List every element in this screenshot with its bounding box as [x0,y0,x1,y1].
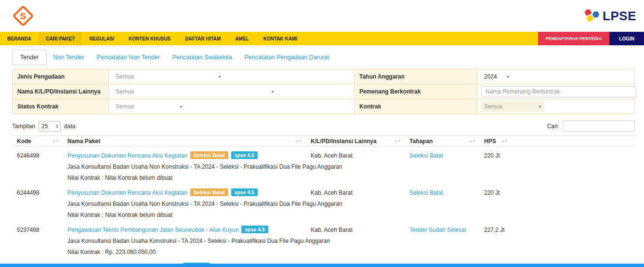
table-row: 6246498 Penyusunan Dokumen Rencana Aksi … [12,147,635,184]
paket-link[interactable]: Penyusunan Dokumen Rencana Aksi Kegiatan [67,189,187,196]
sort-icon: ▲▼ [501,139,508,143]
results-table-header: Kode ▲▼ Nama Paket ▲▼ K/L/PD/Instansi La… [12,135,635,147]
nilai-kontrak: Nilai Kontrak : Nilai Kontrak belum dibu… [67,173,311,184]
nav-spacer [304,32,538,45]
chevron-down-icon: ▾ [272,90,274,94]
tahapan-link[interactable]: Seleksi Batal [409,152,443,159]
col-header-tahapan[interactable]: Tahapan ▲▼ [409,138,484,145]
tab-pencatatan-pengadaan-darurat[interactable]: Pencatatan Pengadaan Darurat [238,50,335,65]
nav-item-beranda[interactable]: BERANDA [0,32,39,45]
paket-hps: 220 Jt [484,187,635,199]
spse-version-badge: spse 4.5 [231,151,258,159]
paket-link[interactable]: Penyusunan Dokumen Rencana Aksi Kegiatan [67,152,187,159]
status-badge: Seleksi Batal [190,151,228,159]
tahapan-link[interactable]: Tender Sudah Selesai [409,227,466,233]
nilai-kontrak: Nilai Kontrak : Rp. 223.060.050,00 [67,247,311,258]
data-label: data [64,123,75,130]
paket-instansi: Kab. Aceh Barat [311,150,409,161]
paket-instansi: Kab. Aceh Barat [311,225,409,236]
nama-instansi-label: Nama K/L/PD/Instansi Lainnya [13,84,109,99]
chevron-down-icon: ▾ [180,105,182,109]
nav-item-kontak-kami[interactable]: KONTAK KAMI [256,32,304,45]
paket-hps: 227,2 Jt [484,225,635,236]
paket-subtitle: Jasa Konsultansi Badan Usaha Non Konstru… [67,161,311,173]
sort-icon: ▲▼ [52,139,59,143]
kontrak-value: Semua [484,103,502,110]
nav-item-regulasi[interactable]: REGULASI [82,32,121,45]
paket-kode: 6244498 [12,187,67,199]
sort-icon: ▲▼ [295,139,302,143]
tahun-anggaran-label: Tahun Anggaran [355,69,477,84]
pemenang-berkontrak-input[interactable] [481,86,636,97]
page-size-stepper[interactable]: 25 ▴▾ [39,121,61,132]
filter-panel: Jenis Pengadaan Semua ▾ Tahun Anggaran 2… [12,69,635,114]
spse-version-badge: spse 4.5 [231,188,258,196]
pemenang-berkontrak-label: Pemenang Berkontrak [355,84,477,99]
filter-table: Jenis Pengadaan Semua ▾ Tahun Anggaran 2… [12,69,635,114]
table-row: 6244498 Penyusunan Dokumen Rencana Aksi … [12,184,635,221]
col-header-kode[interactable]: Kode ▲▼ [12,138,67,145]
tahun-anggaran-value: 2024 [484,73,497,80]
s-diamond-logo-icon: S [12,5,34,27]
tab-pencatatan-swakelola[interactable]: Pencatatan Swakelola [166,50,238,65]
paket-kode: 6246498 [12,150,67,161]
brand-logo[interactable]: S [12,5,34,27]
paket-subtitle: Jasa Konsultansi Badan Usaha Konstruksi … [67,236,311,247]
paket-hps: 220 Jt [484,150,635,161]
chevron-down-icon: ▾ [539,105,541,109]
login-button[interactable]: LOGIN [609,32,644,45]
tab-tender[interactable]: Tender [12,50,47,65]
sort-icon: ▲▼ [469,139,475,143]
nav-item-cari-paket[interactable]: CARI PAKET [39,32,82,45]
status-badge: Seleksi Batal [190,188,228,196]
tampilan-label: Tampilan [12,123,35,130]
jenis-pengadaan-label: Jenis Pengadaan [13,69,109,84]
paket-kode: 5237498 [12,225,67,236]
kontrak-select[interactable]: Semua ▾ [481,101,544,112]
tahun-anggaran-select[interactable]: 2024 ▾ [481,71,512,82]
kontrak-label: Kontrak [355,99,477,114]
search-input[interactable] [563,120,635,132]
tahapan-link[interactable]: Seleksi Batal [409,189,443,196]
nav-item-amel[interactable]: AMEL [228,32,256,45]
svg-text:S: S [20,11,26,21]
page-size-value: 25 [41,123,48,130]
jenis-pengadaan-value: Semua [116,73,134,80]
tab-pencatatan-non-tender[interactable]: Pencatatan Non Tender [91,50,166,65]
paket-subtitle: Jasa Konsultansi Badan Usaha Non Konstru… [67,199,311,210]
lpse-logo[interactable]: LPSE [582,8,636,24]
lpse-hexagons-icon [582,8,601,24]
lpse-logo-text: LPSE [603,9,636,24]
status-kontrak-label: Status Kontrak [13,99,109,114]
spse-version-badge: spse 4.5 [241,226,268,233]
tab-bar: Tender Non Tender Pencatatan Non Tender … [0,45,644,68]
status-kontrak-value: Semua [116,103,134,110]
chevron-down-icon: ▾ [507,75,509,79]
nilai-kontrak: Nilai Kontrak : Nilai Kontrak belum dibu… [67,210,311,221]
list-controls: Tampilan 25 ▴▾ data Cari: [12,120,635,132]
chevron-down-icon: ▾ [219,75,221,79]
sort-icon: ▲▼ [394,139,401,143]
main-navbar: BERANDA CARI PAKET REGULASI KONTEN KHUSU… [0,32,644,45]
col-header-hps[interactable]: HPS ▲▼ [484,138,635,145]
paket-instansi: Kab. Aceh Barat [311,187,409,199]
top-header: S LPSE [0,0,644,32]
paket-link[interactable]: Pengawasan Teknis Pembangunan Jalan Seun… [67,227,238,233]
footer-bar [0,264,644,267]
stepper-arrows-icon[interactable]: ▴▾ [56,124,58,129]
nama-instansi-value: Semua [116,88,134,95]
col-header-instansi[interactable]: K/L/PD/Instansi Lainnya ▲▼ [311,138,409,145]
jenis-pengadaan-select[interactable]: Semua ▾ [113,71,223,82]
results-table: Kode ▲▼ Nama Paket ▲▼ K/L/PD/Instansi La… [12,135,635,267]
pendaftaran-penyedia-button[interactable]: PENDAFTARAN PENYEDIA [538,32,609,45]
tab-non-tender[interactable]: Non Tender [47,50,90,65]
table-row: 5237498 Pengawasan Teknis Pembangunan Ja… [12,221,635,258]
nav-item-konten-khusus[interactable]: KONTEN KHUSUS [121,32,178,45]
nav-item-daftar-hitam[interactable]: DAFTAR HITAM [178,32,228,45]
cari-label: Cari: [547,123,559,130]
status-kontrak-select[interactable]: Semua ▾ [113,101,185,112]
nama-instansi-select[interactable]: Semua ▾ [113,86,276,97]
col-header-nama-paket[interactable]: Nama Paket ▲▼ [67,138,311,145]
